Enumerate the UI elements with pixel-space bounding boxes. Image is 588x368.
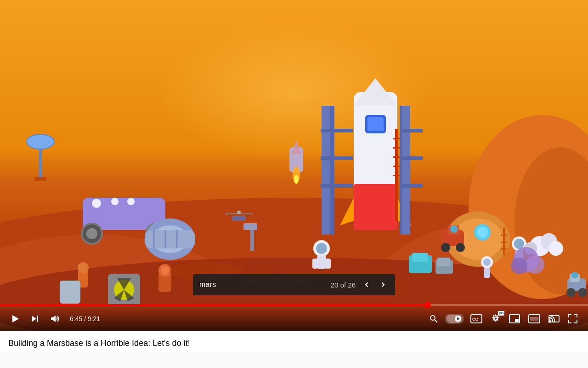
- svg-point-87: [78, 262, 89, 273]
- svg-rect-19: [145, 230, 195, 248]
- svg-rect-60: [501, 235, 507, 236]
- svg-text:CC: CC: [472, 317, 478, 322]
- next-button[interactable]: [28, 312, 41, 325]
- autoplay-toggle[interactable]: [445, 314, 464, 324]
- page-wrapper: mars 20 of 26: [0, 0, 588, 353]
- svg-marker-109: [51, 316, 56, 322]
- svg-rect-77: [484, 268, 490, 278]
- svg-point-7: [27, 134, 54, 149]
- svg-point-67: [450, 225, 458, 233]
- svg-rect-50: [393, 138, 400, 139]
- search-prev-button[interactable]: [361, 280, 372, 289]
- svg-point-15: [111, 198, 119, 205]
- svg-rect-116: [515, 319, 519, 322]
- svg-rect-69: [317, 255, 326, 269]
- svg-rect-43: [321, 184, 353, 188]
- svg-rect-42: [321, 156, 353, 160]
- svg-point-16: [127, 198, 135, 205]
- fullscreen-icon: [568, 314, 578, 324]
- svg-rect-34: [354, 184, 397, 230]
- svg-point-94: [548, 241, 563, 256]
- theater-button[interactable]: [526, 312, 542, 325]
- svg-rect-8: [34, 177, 46, 181]
- play-button[interactable]: [8, 312, 22, 326]
- right-controls: CC HD: [427, 312, 580, 326]
- svg-marker-107: [32, 316, 36, 322]
- controls-bar: 6:45 / 9:21: [0, 306, 588, 331]
- cc-icon: CC: [470, 314, 482, 323]
- current-time: 6:45: [70, 315, 82, 322]
- miniplayer-button[interactable]: [507, 312, 522, 325]
- svg-marker-106: [12, 315, 19, 322]
- svg-rect-46: [400, 129, 423, 132]
- toggle-knob: [455, 316, 461, 322]
- cc-button[interactable]: CC: [469, 312, 484, 325]
- svg-point-58: [477, 227, 488, 238]
- video-player: mars 20 of 26: [0, 0, 588, 331]
- svg-rect-52: [393, 156, 400, 158]
- svg-rect-88: [60, 281, 80, 304]
- next-icon: [30, 314, 40, 323]
- search-icon: [429, 314, 438, 323]
- svg-point-91: [161, 266, 169, 275]
- svg-point-110: [430, 316, 435, 320]
- svg-rect-61: [501, 242, 507, 243]
- svg-point-75: [514, 239, 524, 249]
- svg-rect-70: [312, 259, 318, 269]
- svg-point-72: [316, 243, 327, 254]
- video-title: Building a Marsbase is a Horrible Idea: …: [8, 338, 580, 349]
- svg-point-100: [571, 272, 578, 278]
- chevron-right-icon: [379, 281, 387, 288]
- svg-rect-53: [393, 166, 400, 167]
- svg-point-65: [456, 243, 465, 252]
- toggle-track: [447, 315, 462, 323]
- total-time: 9:21: [88, 315, 100, 322]
- svg-rect-54: [393, 175, 400, 176]
- svg-point-98: [578, 288, 587, 297]
- svg-rect-62: [501, 248, 507, 250]
- svg-point-97: [566, 288, 576, 297]
- cast-button[interactable]: [547, 312, 561, 325]
- svg-point-14: [92, 199, 101, 208]
- svg-rect-108: [37, 316, 38, 322]
- svg-rect-27: [243, 223, 257, 230]
- svg-rect-40: [322, 106, 330, 235]
- svg-rect-45: [402, 106, 410, 235]
- hd-badge: HD: [498, 311, 504, 316]
- svg-rect-82: [437, 258, 450, 266]
- svg-point-25: [237, 211, 241, 214]
- play-icon: [10, 314, 20, 324]
- svg-point-31: [294, 175, 299, 184]
- svg-point-103: [511, 258, 527, 274]
- cast-icon: [548, 314, 560, 323]
- svg-rect-118: [530, 317, 538, 321]
- svg-point-64: [441, 243, 450, 252]
- time-display: 6:45 / 9:21: [70, 315, 100, 322]
- fullscreen-button[interactable]: [566, 312, 580, 326]
- svg-rect-41: [321, 129, 353, 132]
- svg-point-78: [483, 259, 491, 266]
- search-bar: mars 20 of 26: [193, 274, 395, 295]
- search-button[interactable]: [427, 312, 440, 325]
- svg-rect-51: [393, 147, 400, 149]
- search-next-button[interactable]: [378, 280, 389, 289]
- settings-wrapper: HD: [489, 312, 503, 326]
- svg-rect-47: [400, 156, 423, 160]
- theater-icon: [528, 314, 540, 323]
- chevron-left-icon: [363, 281, 370, 288]
- svg-rect-36: [368, 117, 384, 131]
- volume-button[interactable]: [48, 312, 62, 326]
- svg-line-111: [435, 320, 437, 322]
- autoplay-play-icon: [457, 317, 460, 321]
- video-title-area: Building a Marsbase is a Horrible Idea: …: [0, 331, 588, 353]
- svg-point-102: [526, 255, 544, 274]
- search-query-text: mars: [199, 281, 325, 289]
- svg-rect-80: [412, 253, 428, 262]
- svg-rect-48: [400, 184, 423, 188]
- search-count: 20 of 26: [331, 281, 356, 289]
- volume-icon: [50, 314, 60, 324]
- miniplayer-icon: [509, 314, 520, 323]
- svg-point-11: [86, 228, 97, 239]
- svg-marker-33: [354, 78, 397, 106]
- svg-rect-71: [325, 259, 331, 269]
